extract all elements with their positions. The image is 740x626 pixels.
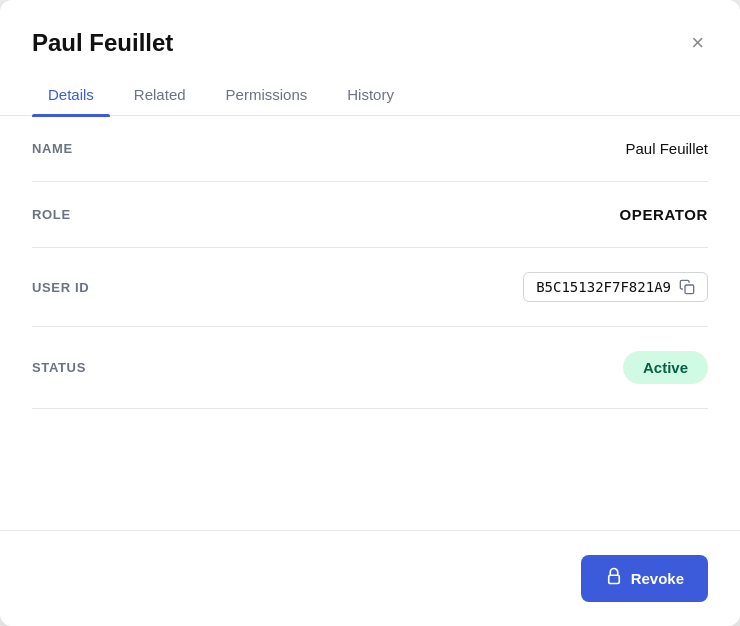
user-id-field-row: USER ID B5C15132F7F821A9 (32, 248, 708, 327)
status-field-row: STATUS Active (32, 327, 708, 409)
user-details-modal: Paul Feuillet × Details Related Permissi… (0, 0, 740, 626)
user-id-label: USER ID (32, 280, 89, 295)
svg-rect-1 (608, 575, 619, 583)
role-label: ROLE (32, 207, 71, 222)
tab-details[interactable]: Details (32, 74, 110, 115)
revoke-icon (605, 567, 623, 590)
revoke-button[interactable]: Revoke (581, 555, 708, 602)
close-button[interactable]: × (687, 28, 708, 58)
name-label: NAME (32, 141, 73, 156)
modal-header: Paul Feuillet × (0, 0, 740, 58)
user-id-container: B5C15132F7F821A9 (523, 272, 708, 302)
role-field-row: ROLE OPERATOR (32, 182, 708, 248)
tab-content: NAME Paul Feuillet ROLE OPERATOR USER ID… (0, 116, 740, 530)
name-field-row: NAME Paul Feuillet (32, 116, 708, 182)
close-icon: × (691, 32, 704, 54)
user-id-value: B5C15132F7F821A9 (536, 279, 671, 295)
status-label: STATUS (32, 360, 86, 375)
modal-footer: Revoke (0, 530, 740, 626)
tab-bar: Details Related Permissions History (0, 74, 740, 116)
svg-rect-0 (685, 285, 694, 294)
role-value: OPERATOR (620, 206, 708, 223)
status-badge: Active (623, 351, 708, 384)
tab-history[interactable]: History (331, 74, 410, 115)
tab-related[interactable]: Related (118, 74, 202, 115)
copy-icon[interactable] (679, 279, 695, 295)
tab-permissions[interactable]: Permissions (210, 74, 324, 115)
modal-title: Paul Feuillet (32, 29, 173, 57)
name-value: Paul Feuillet (625, 140, 708, 157)
revoke-label: Revoke (631, 570, 684, 587)
